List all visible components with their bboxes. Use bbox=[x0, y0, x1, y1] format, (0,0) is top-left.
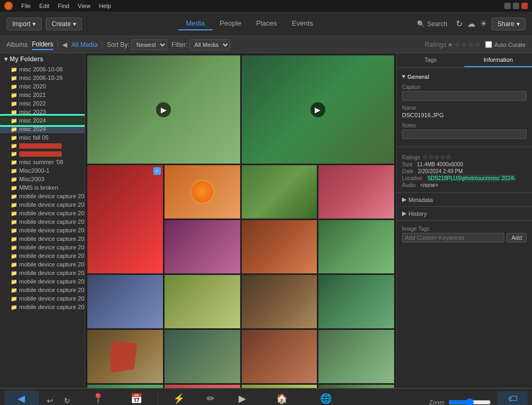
tab-media[interactable]: Media bbox=[178, 17, 212, 30]
brightness-button[interactable]: ☀ bbox=[480, 19, 487, 29]
folder-item-misc2024-highlighted[interactable]: 📁misc 2024 bbox=[0, 125, 85, 133]
notes-input[interactable] bbox=[402, 129, 527, 139]
folder-item-misc2000[interactable]: 📁Misc2000-1 bbox=[0, 166, 85, 175]
photo-cell-10[interactable] bbox=[87, 275, 163, 328]
folder-item-4[interactable]: 📁misc 2022 bbox=[0, 99, 85, 108]
menu-view[interactable]: View bbox=[78, 3, 91, 9]
photo-cell-15[interactable] bbox=[165, 330, 240, 383]
folder-item-redacted1[interactable]: 📁 bbox=[0, 142, 85, 150]
auto-curate[interactable]: Auto Curate bbox=[485, 41, 526, 48]
folder-item-mdc2013b[interactable]: 📁mobile device capture 2013. bbox=[0, 234, 85, 243]
photo-cell-11[interactable] bbox=[165, 275, 240, 328]
keywords-input[interactable] bbox=[402, 233, 504, 242]
tags-info-tool[interactable]: 🏷 Tags/Info bbox=[497, 391, 528, 406]
photo-cell-6[interactable] bbox=[318, 165, 394, 218]
folder-item-3[interactable]: 📁misc 2021 bbox=[0, 91, 85, 99]
refresh-button[interactable]: ↻ bbox=[456, 19, 463, 29]
folder-item-miscfall[interactable]: 📁misc fall 06 bbox=[0, 133, 85, 142]
folder-item-1[interactable]: 📁misc 2006-10-26 bbox=[0, 74, 85, 82]
folder-item-mdc2013c[interactable]: 📁mobile device capture 2013. bbox=[0, 243, 85, 252]
share-button[interactable]: Share ▾ bbox=[492, 18, 526, 30]
photo-cell-9[interactable] bbox=[318, 220, 394, 273]
all-media-label[interactable]: All Media bbox=[71, 41, 97, 48]
folder-item-misc2024-selected[interactable]: 📁misc 2024 bbox=[0, 116, 85, 125]
metadata-section[interactable]: ▶ Metadata bbox=[397, 192, 532, 206]
folder-item-5[interactable]: 📁misc 2023 bbox=[0, 108, 85, 116]
caption-input[interactable] bbox=[402, 91, 527, 101]
folder-item-mdc2015c[interactable]: 📁mobile device capture 2015. bbox=[0, 277, 85, 286]
photo-cell-14[interactable] bbox=[87, 330, 163, 383]
photo-cell-16[interactable] bbox=[242, 330, 317, 383]
folder-item-summer08[interactable]: 📁misc summer '08 bbox=[0, 158, 85, 166]
history-section[interactable]: ▶ History bbox=[397, 206, 532, 220]
import-button[interactable]: Import ▾ bbox=[6, 18, 42, 30]
albums-tab[interactable]: Albums bbox=[6, 40, 28, 50]
photo-cell-8[interactable] bbox=[242, 220, 317, 273]
photo-cell-5[interactable] bbox=[242, 165, 317, 218]
editor-tool[interactable]: ✏ Editor bbox=[198, 391, 224, 405]
photo-cell-7[interactable] bbox=[165, 220, 240, 273]
notes-label: Notes bbox=[402, 123, 527, 128]
folder-item-mdc2012d[interactable]: 📁mobile device capture 2012. bbox=[0, 217, 85, 226]
home-screen-tool[interactable]: 🏠 Home Screen bbox=[261, 391, 302, 405]
maximize-button[interactable] bbox=[513, 3, 519, 9]
minimize-button[interactable] bbox=[504, 3, 511, 9]
cloud-button[interactable]: ☁ bbox=[467, 19, 476, 29]
close-button[interactable] bbox=[521, 3, 528, 9]
photo-cell-4[interactable] bbox=[165, 165, 240, 218]
panel-tab-tags[interactable]: Tags bbox=[397, 53, 464, 67]
photo-cell-19[interactable] bbox=[165, 385, 240, 388]
folder-item-mdc2013a[interactable]: 📁mobile device capture 2013. bbox=[0, 226, 85, 234]
folder-item-0[interactable]: 📁misc 2006-10-08 bbox=[0, 65, 85, 74]
photo-cell-13[interactable] bbox=[318, 275, 394, 328]
general-header[interactable]: ▾ General bbox=[402, 71, 527, 82]
add-keyword-button[interactable]: Add bbox=[506, 233, 527, 242]
rating-stars[interactable]: ☆☆☆☆☆ bbox=[422, 153, 452, 161]
photo-cell-1[interactable]: ▶ bbox=[87, 55, 240, 164]
rating-filter[interactable]: Ratings ★ ☆ ☆ ☆ ☆ bbox=[425, 41, 481, 48]
filter-select[interactable]: All Media bbox=[190, 39, 230, 50]
folder-item-mdc2015f[interactable]: 📁mobile device capture 2015. bbox=[0, 303, 85, 311]
zoom-slider[interactable] bbox=[448, 398, 491, 406]
menu-find[interactable]: Find bbox=[58, 3, 69, 9]
photo-cell-3[interactable]: ✓ bbox=[87, 165, 163, 273]
folder-item-mms[interactable]: 📁MMS is broken bbox=[0, 183, 85, 192]
add-event-tool[interactable]: 📅 Add Event bbox=[120, 391, 153, 405]
hide-panel-tool[interactable]: ◀ Hide Panel bbox=[4, 391, 39, 405]
tab-events[interactable]: Events bbox=[284, 17, 321, 30]
panel-tab-information[interactable]: Information bbox=[464, 53, 532, 67]
photo-cell-2[interactable]: ▶ bbox=[242, 55, 395, 164]
my-folders-header[interactable]: ▾ My Folders bbox=[0, 53, 85, 65]
folder-item-redacted2[interactable]: 📁 bbox=[0, 150, 85, 158]
folder-item-mdc2012b[interactable]: 📁mobile device capture 2012. bbox=[0, 200, 85, 209]
menu-help[interactable]: Help bbox=[99, 3, 111, 9]
instant-fix-tool[interactable]: ⚡ Instant Fix bbox=[162, 391, 195, 405]
photo-cell-21[interactable] bbox=[318, 385, 394, 388]
folder-item-mdc2015a[interactable]: 📁mobile device capture 2015. bbox=[0, 260, 85, 269]
tab-people[interactable]: People bbox=[212, 17, 249, 30]
folder-item-mdc2015e[interactable]: 📁mobile device capture 2015. bbox=[0, 294, 85, 303]
photo-cell-20[interactable] bbox=[242, 385, 317, 388]
search-box[interactable]: 🔍 Search bbox=[417, 20, 447, 28]
slideshow-tool[interactable]: ▶ Slideshow bbox=[226, 391, 259, 405]
folder-item-2[interactable]: 📁misc 2020 bbox=[0, 82, 85, 91]
tab-places[interactable]: Places bbox=[249, 17, 284, 30]
photo-cell-12[interactable] bbox=[242, 275, 317, 328]
folder-item-mdc2015d[interactable]: 📁mobile device capture 2015. bbox=[0, 286, 85, 294]
menu-file[interactable]: File bbox=[21, 3, 31, 9]
folder-item-mdc2012a[interactable]: 📁mobile device capture 2012. bbox=[0, 192, 85, 200]
folder-item-misc2003[interactable]: 📁Misc2003 bbox=[0, 175, 85, 183]
add-location-tool[interactable]: 📍 Add Location bbox=[78, 391, 118, 405]
folder-item-mdc2012c[interactable]: 📁mobile device capture 2012. bbox=[0, 209, 85, 217]
auto-curate-checkbox[interactable] bbox=[485, 41, 492, 48]
create-button[interactable]: Create ▾ bbox=[46, 18, 82, 30]
selected-checkbox[interactable]: ✓ bbox=[153, 167, 161, 175]
menu-edit[interactable]: Edit bbox=[39, 3, 50, 9]
folder-item-mdc2015b[interactable]: 📁mobile device capture 2015. bbox=[0, 269, 85, 277]
photo-cell-18[interactable] bbox=[87, 385, 163, 388]
folder-item-mdc2014[interactable]: 📁mobile device capture 2014. bbox=[0, 252, 85, 260]
photo-cell-17[interactable] bbox=[318, 330, 394, 383]
sort-select[interactable]: Newest Oldest bbox=[132, 39, 167, 50]
folders-tab[interactable]: Folders bbox=[32, 39, 53, 50]
elements-web-tool[interactable]: 🌐 Elements Web bbox=[304, 391, 347, 405]
